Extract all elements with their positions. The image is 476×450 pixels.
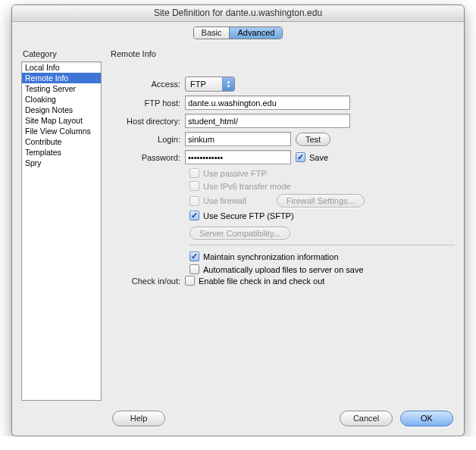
dialog-body: Category Local InfoRemote InfoTesting Se… [12, 43, 464, 401]
use-sftp-label: Use Secure FTP (SFTP) [203, 211, 294, 220]
category-list[interactable]: Local InfoRemote InfoTesting ServerCloak… [21, 61, 102, 401]
save-password-checkbox[interactable]: Save [296, 152, 328, 162]
enable-checkinout-label: Enable file check in and check out [199, 277, 324, 286]
category-column: Category Local InfoRemote InfoTesting Se… [21, 48, 102, 401]
category-item[interactable]: Site Map Layout [22, 115, 101, 126]
use-firewall-label: Use firewall [203, 196, 246, 205]
save-password-label: Save [309, 153, 328, 162]
ftp-host-input[interactable] [185, 95, 350, 110]
use-firewall-checkbox: Use firewall [189, 196, 246, 206]
category-item[interactable]: Contribute [22, 136, 101, 147]
button-bar: Help Cancel OK [12, 401, 464, 436]
cancel-button[interactable]: Cancel [340, 411, 393, 427]
category-item[interactable]: Design Notes [22, 105, 101, 115]
tab-segmented-control: Basic Advanced [193, 27, 283, 39]
label-ftp-host: FTP host: [109, 98, 185, 108]
use-sftp-checkbox[interactable]: Use Secure FTP (SFTP) [189, 211, 455, 220]
form-area: Access: FTP ▲▼ FTP host: Host d [109, 61, 455, 289]
auto-upload-checkbox[interactable]: Automatically upload files to server on … [189, 264, 455, 274]
passive-ftp-label: Use passive FTP [203, 169, 267, 178]
tab-basic[interactable]: Basic [194, 27, 230, 39]
category-item[interactable]: Testing Server [22, 83, 101, 94]
dialog-window: Site Definition for dante.u.washington.e… [11, 5, 465, 436]
access-select-value: FTP [186, 80, 222, 89]
label-host-dir: Host directory: [109, 117, 185, 126]
panel-column: Remote Info Access: FTP ▲▼ FTP host: [109, 48, 455, 401]
access-select[interactable]: FTP ▲▼ [185, 77, 235, 92]
auto-upload-label: Automatically upload files to server on … [203, 265, 364, 274]
help-button[interactable]: Help [112, 411, 165, 427]
test-button[interactable]: Test [296, 133, 330, 146]
login-input[interactable] [185, 132, 291, 146]
category-item[interactable]: Templates [22, 147, 101, 158]
maintain-sync-label: Maintain synchronization information [203, 252, 339, 261]
window-title: Site Definition for dante.u.washington.e… [12, 5, 464, 22]
host-directory-input[interactable] [185, 114, 350, 128]
category-item[interactable]: Remote Info [22, 73, 101, 83]
label-login: Login: [109, 135, 185, 144]
select-arrows-icon: ▲▼ [222, 77, 234, 91]
password-input[interactable] [185, 150, 291, 164]
ok-button[interactable]: OK [400, 411, 453, 427]
category-heading: Category [21, 48, 102, 61]
firewall-settings-button: Firewall Settings... [277, 194, 365, 208]
passive-ftp-checkbox: Use passive FTP [189, 168, 455, 178]
divider [189, 245, 455, 245]
category-item[interactable]: Cloaking [22, 94, 101, 105]
server-compatibility-button: Server Compatibility... [189, 227, 290, 240]
tab-bar: Basic Advanced [12, 22, 464, 43]
label-checkinout: Check in/out: [109, 277, 185, 286]
category-item[interactable]: File View Columns [22, 126, 101, 136]
category-item[interactable]: Local Info [22, 62, 101, 73]
ipv6-checkbox: Use IPv6 transfer mode [189, 181, 455, 191]
ipv6-label: Use IPv6 transfer mode [203, 182, 291, 191]
category-item[interactable]: Spry [22, 158, 101, 168]
panel-heading: Remote Info [109, 48, 455, 61]
enable-checkinout-checkbox[interactable]: Enable file check in and check out [185, 276, 324, 286]
tab-advanced[interactable]: Advanced [229, 27, 282, 39]
label-access: Access: [109, 80, 185, 89]
maintain-sync-checkbox[interactable]: Maintain synchronization information [189, 252, 455, 261]
label-password: Password: [109, 153, 185, 162]
